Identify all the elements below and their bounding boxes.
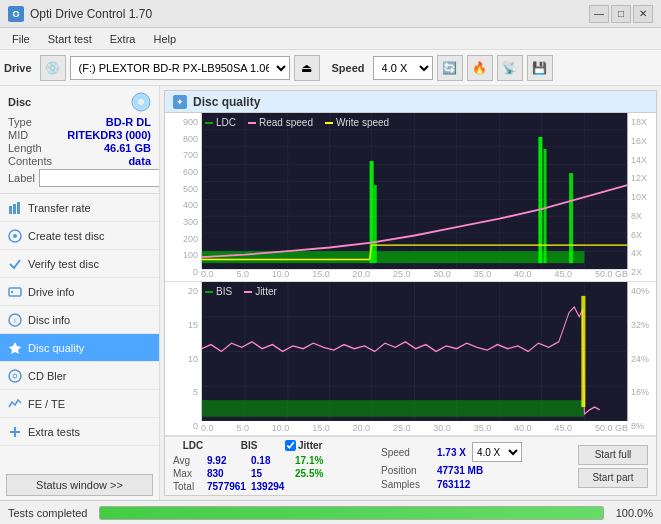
sidebar-item-disc-info[interactable]: i Disc info <box>0 306 159 334</box>
svg-marker-11 <box>9 342 21 354</box>
sidebar-item-transfer-rate[interactable]: Transfer rate <box>0 194 159 222</box>
main-layout: Disc Type BD-R DL MID RITEKDR3 (000) Len… <box>0 86 661 500</box>
sidebar-item-create-test-disc[interactable]: Create test disc <box>0 222 159 250</box>
speed-label: Speed <box>332 62 365 74</box>
menu-extra[interactable]: Extra <box>102 31 144 47</box>
position-stat-label: Position <box>381 465 431 476</box>
verify-test-disc-icon <box>8 257 22 271</box>
transfer-rate-icon <box>8 201 22 215</box>
eject-button[interactable]: ⏏ <box>294 55 320 81</box>
refresh-button[interactable]: 🔄 <box>437 55 463 81</box>
disc-length-row: Length 46.61 GB <box>8 142 151 154</box>
disc-length-label: Length <box>8 142 42 154</box>
lower-x-axis: 0.0 5.0 10.0 15.0 20.0 25.0 30.0 35.0 40… <box>201 423 628 433</box>
drive-select[interactable]: (F:) PLEXTOR BD-R PX-LB950SA 1.06 <box>70 56 290 80</box>
content-area: ✦ Disc quality 900 800 700 600 500 400 3… <box>160 86 661 500</box>
svg-text:i: i <box>14 316 16 325</box>
start-full-button[interactable]: Start full <box>578 445 648 465</box>
disc-mid-value: RITEKDR3 (000) <box>67 129 151 141</box>
drive-label: Drive <box>4 62 32 74</box>
maximize-button[interactable]: □ <box>611 5 631 23</box>
jitter-legend-dot <box>244 291 252 293</box>
menu-bar: File Start test Extra Help <box>0 28 661 50</box>
ldc-header: LDC <box>173 440 213 451</box>
avg-bis-value: 0.18 <box>251 455 291 466</box>
write-speed-legend-dot <box>325 122 333 124</box>
chart-panel: ✦ Disc quality 900 800 700 600 500 400 3… <box>164 90 657 496</box>
progress-percent: 100.0% <box>616 507 653 519</box>
svg-rect-36 <box>374 185 377 263</box>
lower-chart: 20 15 10 5 0 40% 32% 24% 16% 8% <box>165 282 656 436</box>
lower-y-axis-right: 40% 32% 24% 16% 8% <box>628 282 656 435</box>
disc-label-input[interactable] <box>39 169 160 187</box>
jitter-checkbox[interactable] <box>285 440 296 451</box>
status-window-button[interactable]: Status window >> <box>6 474 153 496</box>
status-bar: Tests completed 100.0% <box>0 500 661 524</box>
disc-contents-value: data <box>128 155 151 167</box>
menu-file[interactable]: File <box>4 31 38 47</box>
disc-contents-row: Contents data <box>8 155 151 167</box>
disc-label-row: Label 🔍 <box>8 169 151 187</box>
sidebar-item-fe-te[interactable]: FE / TE <box>0 390 159 418</box>
charts-container: 900 800 700 600 500 400 300 200 100 0 18… <box>165 113 656 495</box>
minimize-button[interactable]: — <box>589 5 609 23</box>
drive-icon-btn[interactable]: 💿 <box>40 55 66 81</box>
samples-stat-value: 763112 <box>437 479 470 490</box>
jitter-legend-text: Jitter <box>255 286 277 297</box>
disc-type-label: Type <box>8 116 32 128</box>
lower-chart-svg <box>165 282 656 435</box>
upper-x-axis: 0.0 5.0 10.0 15.0 20.0 25.0 30.0 35.0 40… <box>201 269 628 279</box>
svg-rect-8 <box>11 291 13 293</box>
title-bar-controls: — □ ✕ <box>589 5 653 23</box>
max-bis-value: 15 <box>251 468 291 479</box>
stats-speed-select[interactable]: 4.0 X <box>472 442 522 462</box>
read-speed-legend-dot <box>248 122 256 124</box>
disc-info-icon: i <box>8 313 22 327</box>
sidebar-item-verify-test-disc[interactable]: Verify test disc <box>0 250 159 278</box>
max-label: Max <box>173 468 203 479</box>
sidebar-item-disc-quality[interactable]: Disc quality <box>0 334 159 362</box>
jitter-checkbox-group: Jitter <box>285 440 322 451</box>
title-bar: O Opti Drive Control 1.70 — □ ✕ <box>0 0 661 28</box>
lower-chart-legend: BIS Jitter <box>205 286 277 297</box>
burn-button[interactable]: 🔥 <box>467 55 493 81</box>
svg-rect-54 <box>581 296 585 407</box>
write-speed-legend: Write speed <box>325 117 389 128</box>
lower-y-axis-left: 20 15 10 5 0 <box>165 282 201 435</box>
bis-legend-dot <box>205 291 213 293</box>
avg-jitter-value: 17.1% <box>295 455 335 466</box>
avg-ldc-value: 9.92 <box>207 455 247 466</box>
start-part-button[interactable]: Start part <box>578 468 648 488</box>
menu-start-test[interactable]: Start test <box>40 31 100 47</box>
chart-panel-header: ✦ Disc quality <box>165 91 656 113</box>
jitter-legend: Jitter <box>244 286 277 297</box>
avg-label: Avg <box>173 455 203 466</box>
close-button[interactable]: ✕ <box>633 5 653 23</box>
sidebar-item-extra-tests[interactable]: Extra tests <box>0 418 159 446</box>
nav-disc-info-label: Disc info <box>28 314 70 326</box>
sidebar-item-drive-info[interactable]: Drive info <box>0 278 159 306</box>
nav-disc-quality-label: Disc quality <box>28 342 84 354</box>
extra-tests-icon <box>8 425 22 439</box>
position-stat-value: 47731 MB <box>437 465 483 476</box>
bis-header: BIS <box>229 440 269 451</box>
sidebar-item-cd-bler[interactable]: CD Bler <box>0 362 159 390</box>
menu-help[interactable]: Help <box>145 31 184 47</box>
svg-rect-53 <box>202 400 585 417</box>
disc-mid-label: MID <box>8 129 28 141</box>
svg-rect-4 <box>17 202 20 214</box>
save-button[interactable]: 💾 <box>527 55 553 81</box>
scan-button[interactable]: 📡 <box>497 55 523 81</box>
nav-verify-test-disc-label: Verify test disc <box>28 258 99 270</box>
speed-select[interactable]: 4.0 X <box>373 56 433 80</box>
progress-bar-fill <box>100 507 602 519</box>
disc-header: Disc <box>8 92 151 112</box>
read-speed-legend: Read speed <box>248 117 313 128</box>
svg-rect-37 <box>538 137 542 263</box>
upper-y-axis-right: 18X 16X 14X 12X 10X 8X 6X 4X 2X <box>628 113 656 281</box>
disc-quality-panel-icon: ✦ <box>173 95 187 109</box>
disc-image-icon <box>131 92 151 112</box>
sidebar: Disc Type BD-R DL MID RITEKDR3 (000) Len… <box>0 86 160 500</box>
speed-stat-label: Speed <box>381 447 431 458</box>
create-test-disc-icon <box>8 229 22 243</box>
